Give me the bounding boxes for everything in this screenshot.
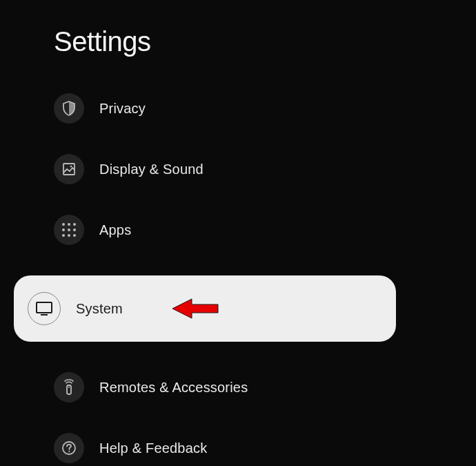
menu-item-label: Remotes & Accessories <box>99 380 248 396</box>
menu-item-display-sound[interactable]: Display & Sound <box>54 154 476 184</box>
svg-rect-5 <box>67 385 71 394</box>
menu-item-label: System <box>76 301 123 317</box>
menu-item-label: Privacy <box>99 101 146 117</box>
svg-rect-2 <box>37 302 52 313</box>
settings-menu: Privacy Display & Sound Apps <box>54 93 476 463</box>
menu-item-apps[interactable]: Apps <box>54 215 476 245</box>
image-icon <box>54 154 84 184</box>
shield-icon <box>54 93 84 124</box>
menu-item-help[interactable]: Help & Feedback <box>54 433 476 463</box>
svg-rect-0 <box>63 164 75 175</box>
page-title: Settings <box>54 26 476 57</box>
menu-item-system[interactable]: System <box>14 275 396 342</box>
remote-icon <box>54 372 84 402</box>
menu-item-label: Display & Sound <box>99 162 204 177</box>
svg-point-8 <box>68 451 70 452</box>
menu-item-label: Help & Feedback <box>99 440 207 456</box>
svg-point-1 <box>70 166 72 168</box>
monitor-icon <box>28 292 61 325</box>
arrow-annotation-icon <box>172 296 221 321</box>
help-icon <box>54 433 84 463</box>
svg-marker-4 <box>172 299 218 318</box>
grid-icon <box>54 215 84 245</box>
menu-item-remotes[interactable]: Remotes & Accessories <box>54 372 476 402</box>
svg-point-6 <box>68 387 70 388</box>
menu-item-privacy[interactable]: Privacy <box>54 93 476 124</box>
menu-item-label: Apps <box>99 222 131 238</box>
